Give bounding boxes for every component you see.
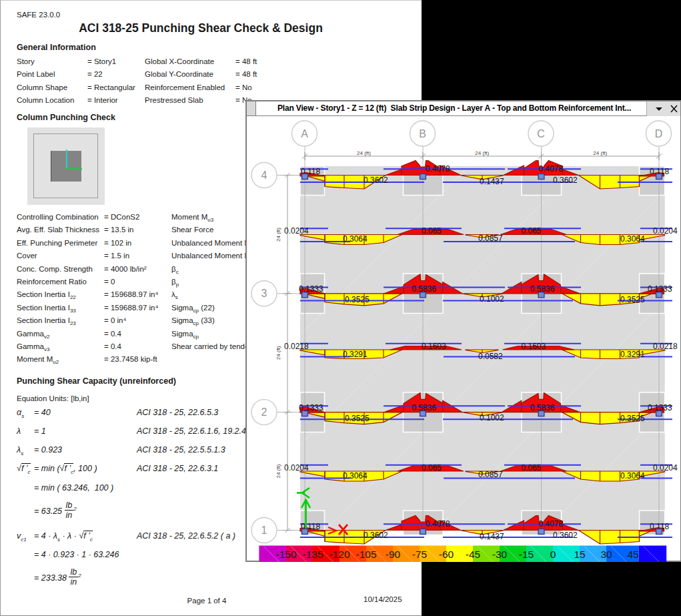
- svg-text:0.1002: 0.1002: [480, 413, 504, 422]
- svg-text:0.0857: 0.0857: [478, 470, 503, 479]
- svg-text:0.065: 0.065: [522, 463, 542, 473]
- svg-text:30: 30: [600, 549, 612, 560]
- svg-text:0.1002: 0.1002: [480, 294, 504, 304]
- svg-text:0.4078: 0.4078: [426, 164, 450, 174]
- svg-text:0.3291: 0.3291: [343, 350, 368, 359]
- svg-text:0.065: 0.065: [522, 226, 542, 236]
- svg-text:D: D: [655, 128, 663, 139]
- svg-text:-60: -60: [439, 549, 454, 560]
- svg-text:0.3064: 0.3064: [343, 471, 368, 481]
- svg-text:0.065: 0.065: [422, 226, 442, 236]
- svg-text:0.3602: 0.3602: [364, 176, 388, 185]
- svg-text:0.1603: 0.1603: [522, 342, 546, 351]
- svg-text:24 (ft): 24 (ft): [275, 346, 281, 360]
- svg-text:0.0204: 0.0204: [284, 226, 309, 236]
- svg-text:2: 2: [261, 406, 267, 418]
- svg-text:-45: -45: [466, 549, 480, 560]
- svg-text:24 (ft): 24 (ft): [475, 150, 489, 156]
- svg-text:24 (ft): 24 (ft): [593, 150, 607, 156]
- svg-text:24 (ft): 24 (ft): [275, 464, 281, 478]
- svg-text:-150: -150: [275, 549, 296, 560]
- svg-text:-120: -120: [329, 549, 350, 560]
- svg-text:0.065: 0.065: [422, 463, 442, 473]
- svg-text:0.3525: 0.3525: [345, 414, 370, 423]
- svg-text:0.4078: 0.4078: [539, 164, 564, 174]
- svg-text:0.4078: 0.4078: [426, 519, 450, 529]
- svg-text:0: 0: [550, 549, 556, 560]
- svg-text:0.3064: 0.3064: [343, 234, 368, 244]
- svg-text:24 (ft): 24 (ft): [357, 150, 371, 156]
- svg-text:C: C: [537, 128, 545, 139]
- svg-text:0.3602: 0.3602: [364, 531, 388, 540]
- svg-text:0.0204: 0.0204: [284, 463, 309, 473]
- svg-text:4: 4: [261, 170, 267, 181]
- svg-text:-90: -90: [386, 549, 401, 560]
- svg-text:24 (ft): 24 (ft): [275, 228, 281, 242]
- svg-text:3: 3: [261, 288, 267, 299]
- svg-text:A: A: [301, 128, 308, 139]
- svg-text:1: 1: [261, 525, 267, 536]
- svg-text:0.3602: 0.3602: [553, 176, 578, 185]
- svg-text:0.3064: 0.3064: [620, 471, 645, 481]
- svg-text:0.3525: 0.3525: [345, 295, 370, 304]
- svg-text:0.4078: 0.4078: [539, 519, 564, 529]
- svg-text:0.0204: 0.0204: [653, 463, 678, 473]
- svg-text:-75: -75: [412, 549, 427, 560]
- svg-text:0.3525: 0.3525: [620, 414, 645, 423]
- svg-text:0.1437: 0.1437: [480, 177, 504, 186]
- svg-text:0.1603: 0.1603: [422, 342, 446, 351]
- svg-text:B: B: [419, 128, 426, 139]
- svg-text:0.1437: 0.1437: [480, 532, 504, 541]
- svg-text:0.0218: 0.0218: [284, 342, 309, 351]
- svg-text:0.3064: 0.3064: [620, 234, 645, 244]
- svg-text:45: 45: [627, 549, 638, 560]
- svg-text:-30: -30: [492, 549, 508, 560]
- svg-text:0.3602: 0.3602: [553, 531, 578, 540]
- svg-text:0.0218: 0.0218: [653, 342, 678, 351]
- svg-text:0.0857: 0.0857: [478, 234, 503, 243]
- svg-text:-105: -105: [356, 549, 376, 560]
- svg-text:0.0204: 0.0204: [653, 226, 678, 236]
- svg-text:0.3525: 0.3525: [620, 295, 645, 304]
- svg-text:0.3291: 0.3291: [620, 350, 645, 359]
- svg-text:-135: -135: [302, 549, 323, 560]
- svg-text:15: 15: [574, 549, 585, 560]
- svg-text:0.0582: 0.0582: [478, 352, 503, 361]
- svg-text:-15: -15: [519, 549, 534, 560]
